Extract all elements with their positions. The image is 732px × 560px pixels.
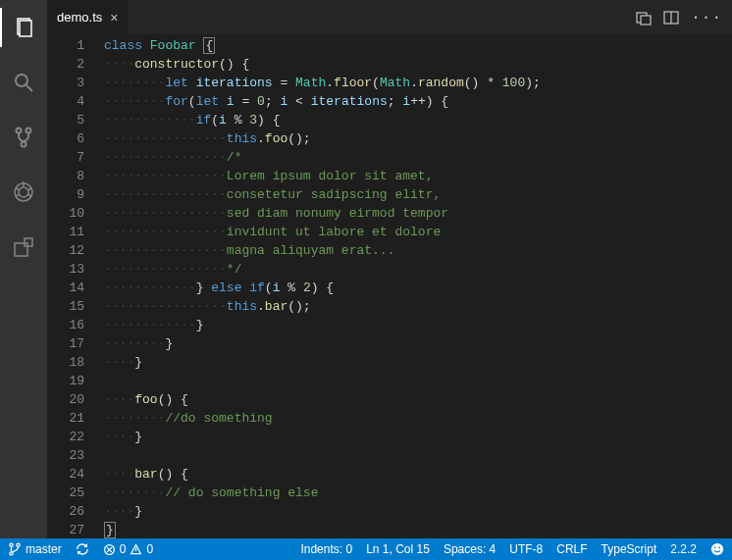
code-line[interactable]: ····bar() { (104, 465, 732, 484)
svg-point-20 (10, 543, 13, 546)
code-line[interactable]: ················*/ (104, 260, 732, 279)
problems[interactable]: 0 0 (103, 542, 153, 556)
code-line[interactable]: ················this.foo(); (104, 129, 732, 148)
code-line[interactable]: ········for(let i = 0; i < iterations; i… (104, 92, 732, 111)
svg-rect-17 (641, 16, 651, 25)
code-line[interactable]: ········//do something (104, 409, 732, 428)
tab-bar: demo.ts × ··· (47, 0, 732, 34)
code-line[interactable]: ················consetetur sadipscing el… (104, 185, 732, 204)
split-editor-icon[interactable] (663, 10, 679, 25)
close-icon[interactable]: × (110, 10, 118, 25)
line-number: 20 (47, 390, 84, 409)
code-line[interactable]: ········let iterations = Math.floor(Math… (104, 74, 732, 92)
code-line[interactable]: class Foobar { (104, 36, 732, 55)
code-line[interactable]: ············if(i % 3) { (104, 111, 732, 129)
status-indents[interactable]: Indents: 0 (300, 542, 352, 556)
status-spaces[interactable]: Spaces: 4 (444, 542, 496, 556)
line-number: 21 (47, 409, 84, 428)
code-line[interactable]: ················invidunt ut labore et do… (104, 223, 732, 241)
line-number: 6 (47, 129, 84, 148)
line-number: 3 (47, 74, 84, 92)
line-number: 11 (47, 223, 84, 241)
code-line[interactable]: ············} (104, 316, 732, 334)
code-line[interactable]: ········// do something else (104, 484, 732, 502)
code-line[interactable]: ················sed diam nonumy eirmod t… (104, 204, 732, 223)
line-number: 4 (47, 92, 84, 111)
svg-line-3 (26, 85, 32, 91)
editor-area: demo.ts × ··· 12345678910111213141516171… (47, 0, 732, 538)
status-encoding[interactable]: UTF-8 (509, 542, 543, 556)
line-number: 25 (47, 484, 84, 502)
tab-demo-ts[interactable]: demo.ts × (47, 0, 128, 34)
code-line[interactable]: ····constructor() { (104, 55, 732, 74)
line-number: 22 (47, 428, 84, 446)
code-line[interactable]: ················Lorem ipsum dolor sit am… (104, 167, 732, 185)
status-bar: master 0 0 Indents: 0 Ln 1, Col 15 Space… (0, 538, 732, 560)
source-control-icon[interactable] (0, 118, 47, 157)
svg-point-22 (10, 552, 13, 555)
code-line[interactable]: ····} (104, 502, 732, 521)
status-eol[interactable]: CRLF (556, 542, 587, 556)
line-number: 19 (47, 372, 84, 390)
search-icon[interactable] (0, 63, 47, 102)
svg-point-28 (714, 546, 716, 548)
line-number: 7 (47, 148, 84, 167)
code-line[interactable]: ················this.bar(); (104, 297, 732, 316)
line-number: 18 (47, 353, 84, 372)
svg-rect-15 (25, 238, 32, 246)
svg-point-29 (718, 546, 720, 548)
code-area[interactable]: 1234567891011121314151617181920212223242… (47, 34, 732, 538)
code-line[interactable] (104, 446, 732, 465)
code-line[interactable]: ····} (104, 353, 732, 372)
svg-line-12 (16, 194, 20, 196)
line-number: 10 (47, 204, 84, 223)
line-number: 8 (47, 167, 84, 185)
svg-line-13 (27, 194, 31, 196)
line-number: 24 (47, 465, 84, 484)
svg-line-10 (16, 188, 20, 190)
code-line[interactable]: ····foo() { (104, 390, 732, 409)
line-number: 14 (47, 279, 84, 297)
line-number: 13 (47, 260, 84, 279)
line-number: 1 (47, 36, 84, 55)
status-language[interactable]: TypeScript (601, 542, 657, 556)
code-content[interactable]: class Foobar {····constructor() {·······… (96, 34, 732, 538)
code-line[interactable]: ····} (104, 428, 732, 446)
svg-point-27 (711, 543, 723, 555)
code-line[interactable]: } (104, 521, 732, 538)
svg-point-21 (17, 543, 20, 546)
extensions-icon[interactable] (0, 228, 47, 267)
svg-point-5 (26, 128, 31, 133)
line-number: 5 (47, 111, 84, 129)
code-line[interactable]: ················magna aliquyam erat... (104, 241, 732, 260)
line-number: 15 (47, 297, 84, 316)
svg-point-4 (17, 128, 22, 133)
svg-line-11 (27, 188, 31, 190)
sync-icon[interactable] (76, 542, 89, 556)
line-number: 17 (47, 334, 84, 353)
git-branch[interactable]: master (8, 542, 62, 556)
line-number: 23 (47, 446, 84, 465)
svg-rect-1 (20, 21, 31, 36)
line-number: 26 (47, 502, 84, 521)
activity-bar (0, 0, 47, 538)
line-number: 2 (47, 55, 84, 74)
debug-icon[interactable] (0, 173, 47, 212)
line-number: 9 (47, 185, 84, 204)
code-line[interactable]: ················/* (104, 148, 732, 167)
more-icon[interactable]: ··· (691, 9, 722, 26)
code-line[interactable]: ········} (104, 334, 732, 353)
status-position[interactable]: Ln 1, Col 15 (366, 542, 430, 556)
code-line[interactable]: ············} else if(i % 2) { (104, 279, 732, 297)
feedback-icon[interactable] (710, 542, 724, 556)
compare-icon[interactable] (636, 10, 652, 25)
line-number-gutter: 1234567891011121314151617181920212223242… (47, 34, 96, 538)
line-number: 27 (47, 521, 84, 538)
svg-point-2 (16, 75, 27, 86)
svg-rect-14 (15, 243, 27, 256)
code-line[interactable] (104, 372, 732, 390)
line-number: 16 (47, 316, 84, 334)
status-version[interactable]: 2.2.2 (670, 542, 697, 556)
explorer-icon[interactable] (0, 8, 47, 47)
editor-actions: ··· (636, 0, 732, 34)
